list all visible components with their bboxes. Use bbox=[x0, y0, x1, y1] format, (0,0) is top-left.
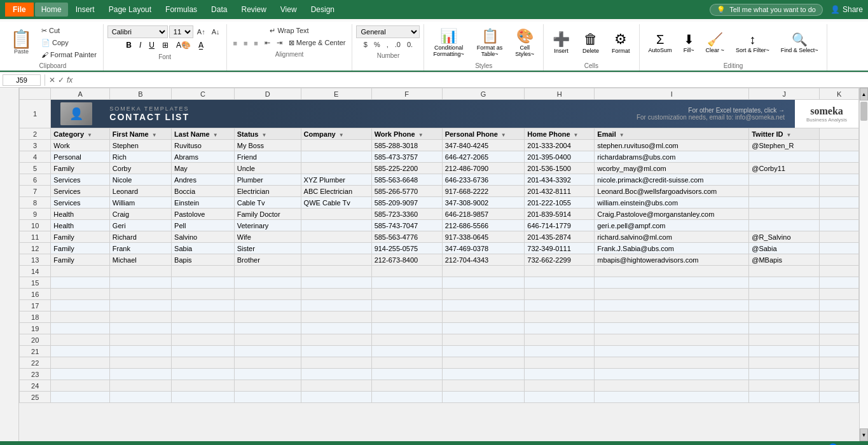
empty-cell[interactable] bbox=[51, 357, 110, 369]
empty-cell[interactable] bbox=[109, 323, 171, 334]
filter-homephone[interactable]: Home Phone ▼ bbox=[525, 128, 595, 140]
table-cell[interactable]: Sabia bbox=[172, 243, 235, 254]
menu-design[interactable]: Design bbox=[305, 3, 341, 17]
table-cell[interactable]: Services bbox=[51, 197, 110, 209]
empty-cell[interactable] bbox=[109, 300, 171, 312]
table-cell[interactable]: 201-839-5914 bbox=[525, 209, 595, 220]
font-size-select[interactable]: 11 bbox=[169, 25, 193, 38]
empty-cell[interactable] bbox=[820, 277, 859, 289]
table-cell[interactable]: @Stephen_R bbox=[749, 140, 820, 151]
empty-cell[interactable] bbox=[749, 277, 820, 289]
scroll-track[interactable] bbox=[860, 100, 868, 428]
empty-cell[interactable] bbox=[109, 369, 171, 380]
table-cell[interactable]: Salvino bbox=[172, 231, 235, 243]
table-cell[interactable]: Frank.J.Sabia@ubs.com bbox=[595, 243, 749, 254]
empty-cell[interactable] bbox=[820, 369, 859, 380]
table-cell[interactable] bbox=[749, 220, 820, 231]
table-cell[interactable]: wcorby_may@ml.com bbox=[595, 163, 749, 174]
conditional-formatting-button[interactable]: 📊 Conditional Formatting~ bbox=[428, 27, 469, 58]
empty-cell[interactable] bbox=[442, 357, 525, 369]
table-cell[interactable] bbox=[749, 197, 820, 209]
empty-cell[interactable] bbox=[301, 346, 371, 357]
empty-cell[interactable] bbox=[51, 369, 110, 380]
table-cell[interactable]: richardabrams@ubs.com bbox=[595, 151, 749, 163]
menu-file[interactable]: File bbox=[5, 3, 34, 17]
empty-cell[interactable] bbox=[109, 392, 171, 403]
autosum-button[interactable]: Σ AutoSum bbox=[644, 31, 677, 55]
table-cell[interactable]: 646-427-2065 bbox=[442, 151, 525, 163]
filter-email[interactable]: Email ▼ bbox=[595, 128, 749, 140]
table-cell[interactable]: Work bbox=[51, 140, 110, 151]
empty-cell[interactable] bbox=[234, 323, 301, 334]
copy-button[interactable]: 📄 Copy bbox=[39, 38, 99, 48]
table-cell[interactable]: Craig.Pastolove@morganstanley.com bbox=[595, 209, 749, 220]
filter-arrow-email[interactable]: ▼ bbox=[619, 132, 624, 138]
merge-center-button[interactable]: ⊠ Merge & Center bbox=[286, 38, 348, 48]
table-cell[interactable]: 585-473-3757 bbox=[371, 151, 442, 163]
filter-arrow-status[interactable]: ▼ bbox=[261, 132, 266, 138]
empty-cell[interactable] bbox=[301, 357, 371, 369]
empty-cell[interactable] bbox=[234, 277, 301, 289]
table-cell[interactable]: 212-704-4343 bbox=[442, 254, 525, 266]
table-cell[interactable]: @Sabia bbox=[749, 243, 820, 254]
filter-arrow-personalphone[interactable]: ▼ bbox=[501, 132, 506, 138]
empty-cell[interactable] bbox=[749, 300, 820, 312]
table-cell[interactable]: Services bbox=[51, 186, 110, 197]
sort-filter-button[interactable]: ↕ Sort & Filter~ bbox=[731, 31, 775, 55]
table-cell[interactable]: Leonard bbox=[109, 186, 171, 197]
empty-cell[interactable] bbox=[525, 334, 595, 346]
empty-cell[interactable] bbox=[749, 369, 820, 380]
table-cell[interactable]: William bbox=[109, 197, 171, 209]
empty-cell[interactable] bbox=[109, 380, 171, 392]
menu-review[interactable]: Review bbox=[235, 3, 272, 17]
empty-cell[interactable] bbox=[595, 334, 749, 346]
table-cell[interactable]: 585-743-7047 bbox=[371, 220, 442, 231]
empty-cell[interactable] bbox=[234, 289, 301, 300]
filter-company[interactable]: Company ▼ bbox=[301, 128, 371, 140]
table-cell[interactable]: Rich bbox=[109, 151, 171, 163]
empty-cell[interactable] bbox=[749, 323, 820, 334]
empty-cell[interactable] bbox=[595, 380, 749, 392]
empty-cell[interactable] bbox=[172, 289, 235, 300]
table-cell[interactable]: Brother bbox=[234, 254, 301, 266]
empty-cell[interactable] bbox=[371, 357, 442, 369]
empty-cell[interactable] bbox=[234, 369, 301, 380]
table-cell[interactable]: 212-673-8400 bbox=[371, 254, 442, 266]
empty-cell[interactable] bbox=[595, 300, 749, 312]
table-cell[interactable]: 347-469-0378 bbox=[442, 243, 525, 254]
font-color-button[interactable]: A̲ bbox=[195, 39, 207, 51]
table-cell[interactable]: 585-288-3018 bbox=[371, 140, 442, 151]
clear-button[interactable]: 🧹 Clear ~ bbox=[701, 31, 729, 55]
decrease-font-button[interactable]: A↓ bbox=[209, 27, 223, 37]
empty-cell[interactable] bbox=[172, 334, 235, 346]
table-cell[interactable] bbox=[749, 151, 820, 163]
empty-cell[interactable] bbox=[442, 312, 525, 323]
empty-cell[interactable] bbox=[442, 369, 525, 380]
empty-cell[interactable] bbox=[595, 392, 749, 403]
empty-cell[interactable] bbox=[301, 392, 371, 403]
empty-cell[interactable] bbox=[820, 312, 859, 323]
italic-button[interactable]: I bbox=[136, 39, 144, 51]
empty-cell[interactable] bbox=[172, 369, 235, 380]
empty-cell[interactable] bbox=[595, 277, 749, 289]
table-cell[interactable]: Family Doctor bbox=[234, 209, 301, 220]
empty-cell[interactable] bbox=[371, 312, 442, 323]
table-cell[interactable]: Health bbox=[51, 220, 110, 231]
table-cell[interactable]: XYZ Plumber bbox=[301, 174, 371, 186]
format-button[interactable]: ⚙ Format bbox=[607, 30, 635, 55]
empty-cell[interactable] bbox=[371, 334, 442, 346]
table-cell[interactable]: ABC Electrician bbox=[301, 186, 371, 197]
empty-cell[interactable] bbox=[172, 312, 235, 323]
table-cell[interactable]: Ruvituso bbox=[172, 140, 235, 151]
table-cell[interactable]: Frank bbox=[109, 243, 171, 254]
cell-styles-button[interactable]: 🎨 Cell Styles~ bbox=[510, 27, 539, 58]
table-cell[interactable]: mbapis@hightoweradvisors.com bbox=[595, 254, 749, 266]
table-cell[interactable]: 201-432-8111 bbox=[525, 186, 595, 197]
filter-arrow-category[interactable]: ▼ bbox=[87, 132, 92, 138]
empty-cell[interactable] bbox=[595, 312, 749, 323]
table-cell[interactable]: Wife bbox=[234, 231, 301, 243]
table-cell[interactable]: 212-486-7090 bbox=[442, 163, 525, 174]
empty-cell[interactable] bbox=[442, 266, 525, 277]
empty-cell[interactable] bbox=[109, 266, 171, 277]
empty-cell[interactable] bbox=[109, 357, 171, 369]
